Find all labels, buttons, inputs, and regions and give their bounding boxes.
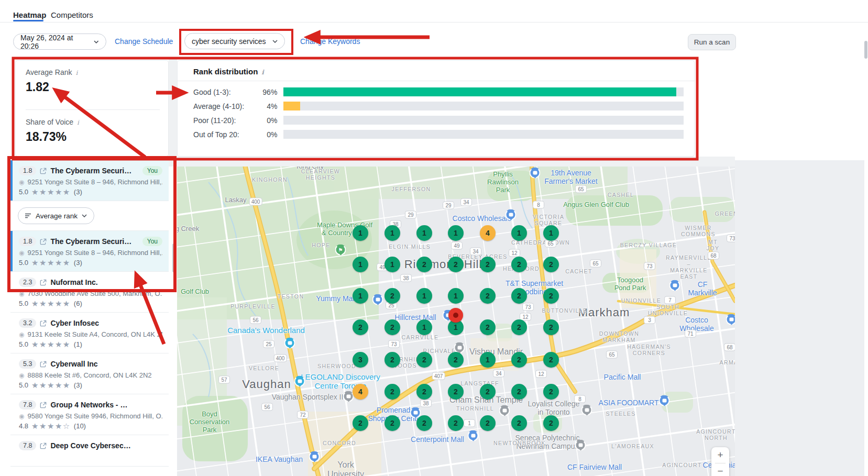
tab-heatmap[interactable]: Heatmap bbox=[13, 10, 46, 19]
map-rank-marker[interactable]: 2 bbox=[511, 352, 527, 368]
map-rank-marker[interactable]: 2 bbox=[353, 319, 368, 335]
map-rank-marker[interactable]: 2 bbox=[416, 415, 432, 431]
external-link-icon[interactable] bbox=[40, 361, 47, 368]
map-rank-marker[interactable]: 2 bbox=[511, 288, 527, 304]
map-rank-marker[interactable]: 2 bbox=[480, 257, 496, 272]
map-rank-marker[interactable]: 4 bbox=[480, 225, 496, 241]
map-rank-marker[interactable]: 2 bbox=[416, 384, 432, 400]
external-link-icon[interactable] bbox=[40, 279, 47, 286]
map-rank-marker[interactable]: 2 bbox=[448, 384, 464, 400]
map-rank-marker[interactable]: 4 bbox=[353, 384, 368, 400]
run-scan-button[interactable]: Run a scan bbox=[688, 34, 736, 50]
poi-pin-icon[interactable]: ⚑ bbox=[335, 245, 346, 256]
map-rank-marker[interactable]: 2 bbox=[416, 257, 432, 272]
map-rank-marker[interactable]: 1 bbox=[480, 352, 496, 368]
poi-pin-icon[interactable] bbox=[506, 209, 517, 220]
map-rank-marker[interactable]: 1 bbox=[353, 288, 368, 304]
info-icon[interactable] bbox=[77, 119, 79, 126]
map-rank-marker[interactable]: 2 bbox=[480, 288, 496, 304]
keyword-dropdown[interactable]: cyber security services bbox=[184, 33, 285, 49]
list-scrollbar[interactable] bbox=[172, 243, 175, 272]
date-dropdown[interactable]: May 26, 2024 at 20:26 bbox=[13, 34, 106, 50]
tab-competitors[interactable]: Competitors bbox=[51, 10, 93, 19]
map-rank-marker[interactable]: 1 bbox=[543, 225, 559, 241]
map-rank-marker[interactable]: 2 bbox=[353, 415, 368, 431]
list-item[interactable]: 5.3Cyberwall Inc◉8888 Keele St #6, Conco… bbox=[10, 353, 169, 394]
list-item[interactable]: 2.3Nuformat Inc.◉7030 Woodbine Ave Suite… bbox=[10, 272, 169, 313]
page-scrollbar[interactable] bbox=[864, 41, 867, 59]
map-rank-marker[interactable]: 2 bbox=[448, 257, 464, 272]
external-link-icon[interactable] bbox=[40, 402, 47, 408]
zoom-out-button[interactable]: − bbox=[711, 463, 729, 476]
rank-badge: 1.8 bbox=[19, 166, 36, 175]
scan-center-marker[interactable] bbox=[448, 308, 463, 323]
map-rank-marker[interactable]: 2 bbox=[448, 352, 464, 368]
map-rank-marker[interactable]: 2 bbox=[384, 288, 400, 304]
map-rank-marker[interactable]: 1 bbox=[353, 257, 368, 272]
external-link-icon[interactable] bbox=[40, 238, 47, 245]
poi-pin-icon[interactable] bbox=[294, 376, 305, 387]
info-icon[interactable] bbox=[75, 69, 78, 76]
external-link-icon[interactable] bbox=[40, 168, 47, 174]
map-rank-marker[interactable]: 2 bbox=[543, 352, 559, 368]
poi-pin-icon[interactable] bbox=[726, 314, 735, 325]
map-rank-marker[interactable]: 1 bbox=[384, 225, 400, 241]
change-keywords-link[interactable]: Change Keywords bbox=[300, 37, 360, 46]
map[interactable]: + − King CityCLEARVIEW HEIGHTSKINGHORNJE… bbox=[177, 167, 735, 476]
map-rank-marker[interactable]: 2 bbox=[543, 288, 559, 304]
list-item[interactable]: 7.8Deep Cove Cybersecurity bbox=[10, 435, 169, 467]
poi-pin-icon[interactable] bbox=[669, 280, 680, 291]
map-rank-marker[interactable]: 2 bbox=[480, 384, 496, 400]
poi-pin-icon[interactable] bbox=[581, 405, 592, 416]
sort-dropdown[interactable]: Average rank bbox=[18, 207, 94, 224]
map-rank-marker[interactable]: 2 bbox=[543, 319, 559, 335]
map-rank-marker[interactable]: 2 bbox=[384, 384, 400, 400]
map-rank-marker[interactable]: 2 bbox=[384, 319, 400, 335]
list-item[interactable]: 1.8The Cyberarm Security -...You◉9251 Yo… bbox=[10, 160, 169, 201]
map-rank-marker[interactable]: 1 bbox=[448, 225, 464, 241]
distribution-bar-fill bbox=[283, 102, 300, 110]
poi-pin-icon[interactable] bbox=[284, 338, 295, 349]
poi-pin-icon[interactable] bbox=[659, 395, 670, 406]
map-rank-marker[interactable]: 2 bbox=[384, 415, 400, 431]
map-rank-marker[interactable]: 2 bbox=[511, 384, 527, 400]
list-item[interactable]: 7.8Group 4 Networks - Managed IT...◉9580… bbox=[10, 394, 169, 435]
map-rank-marker[interactable]: 2 bbox=[543, 257, 559, 272]
list-item[interactable]: 3.2Cyber Infosec◉9131 Keele St Suite A4,… bbox=[10, 313, 169, 353]
poi-pin-icon[interactable] bbox=[372, 294, 383, 305]
distribution-label: Average (4-10): bbox=[193, 102, 251, 110]
map-rank-marker[interactable]: 2 bbox=[448, 415, 464, 431]
map-rank-marker[interactable]: 3 bbox=[353, 352, 368, 368]
map-rank-marker[interactable]: 2 bbox=[511, 319, 527, 335]
map-rank-marker[interactable]: 2 bbox=[543, 415, 559, 431]
poi-pin-icon[interactable] bbox=[499, 405, 510, 416]
map-rank-marker[interactable]: 1 bbox=[384, 257, 400, 272]
info-icon[interactable] bbox=[261, 69, 264, 76]
external-link-icon[interactable] bbox=[40, 320, 47, 327]
map-rank-marker[interactable]: 2 bbox=[384, 352, 400, 368]
list-item-title-row: 1.8The Cyberarm Security -...You bbox=[19, 237, 162, 246]
external-link-icon[interactable] bbox=[40, 442, 47, 449]
map-rank-marker[interactable]: 1 bbox=[416, 288, 432, 304]
pin-glyph-icon bbox=[471, 434, 475, 438]
business-title: Cyberwall Inc bbox=[50, 360, 97, 368]
map-rank-marker[interactable]: 2 bbox=[511, 415, 527, 431]
zoom-in-button[interactable]: + bbox=[711, 447, 729, 463]
map-rank-marker[interactable]: 2 bbox=[511, 257, 527, 272]
poi-pin-icon[interactable] bbox=[575, 440, 586, 451]
poi-pin-icon[interactable] bbox=[468, 430, 479, 441]
map-rank-marker[interactable]: 1 bbox=[416, 225, 432, 241]
change-schedule-link[interactable]: Change Schedule bbox=[115, 37, 173, 46]
list-item[interactable]: 1.8The Cyberarm Security -...You◉9251 Yo… bbox=[10, 231, 169, 272]
map-rank-marker[interactable]: 2 bbox=[543, 384, 559, 400]
map-rank-marker[interactable]: 2 bbox=[480, 415, 496, 431]
map-rank-marker[interactable]: 1 bbox=[511, 225, 527, 241]
map-rank-marker[interactable]: 1 bbox=[353, 225, 368, 241]
map-rank-marker[interactable]: 1 bbox=[448, 288, 464, 304]
map-rank-marker[interactable]: 1 bbox=[416, 319, 432, 335]
map-rank-marker[interactable]: 2 bbox=[480, 319, 496, 335]
map-rank-marker[interactable]: 2 bbox=[416, 352, 432, 368]
list-item-rating-row: 5.0★★★★★(3) bbox=[19, 188, 162, 196]
poi-pin-icon[interactable] bbox=[309, 451, 320, 462]
poi-pin-icon[interactable] bbox=[530, 168, 541, 179]
